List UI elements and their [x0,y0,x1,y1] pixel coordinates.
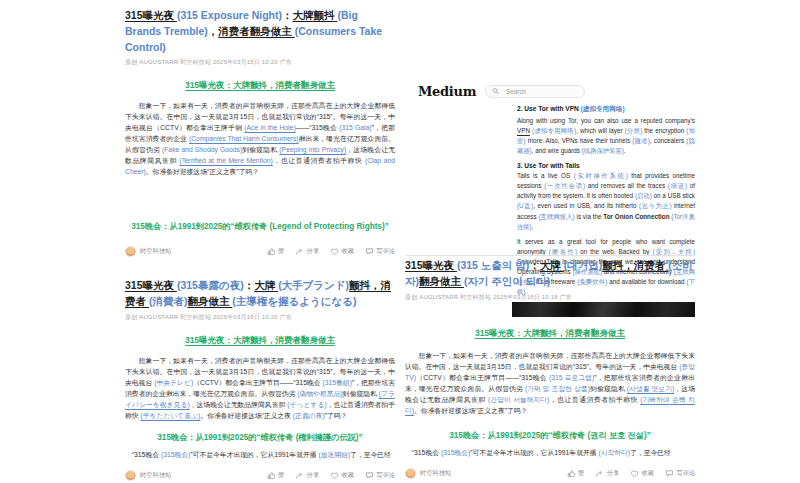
post-title: 315曝光夜 (315暴露の夜)：大牌 (大手ブランド)颤抖，消费者 (消費者)… [125,278,395,310]
post-paragraph-truncated: “315晚会 (315晚会)”可不是今年才出现的，它从1991年就开播 (시작하… [405,448,695,458]
post-panel-english: 315曝光夜 (315 Exposure Night)：大牌颤抖 (Big Br… [125,8,395,257]
search-input[interactable] [504,87,578,96]
screenshot-canvas: 315曝光夜 (315 Exposure Night)：大牌颤抖 (Big Br… [0,0,800,483]
like-button[interactable]: 赞 [267,471,285,480]
comment-icon [365,247,374,256]
share-icon [295,247,304,256]
avatar [405,468,416,479]
comment-icon [365,471,374,480]
comment-button[interactable]: 写评论 [665,469,695,478]
medium-header: Medium [405,84,695,99]
article-paragraph: Along with using Tor, you can also use a… [517,116,695,156]
post-meta: 原创 AUGUSTARR 时空科技站 2025年03月15日 10:20 广东 [125,58,395,67]
favorite-button[interactable]: 收藏 [630,469,654,478]
like-button[interactable]: 赞 [267,247,285,256]
article-heading: 2. Use Tor with VPN (虚拟专用网络) [517,105,695,114]
comment-button[interactable]: 写评论 [365,471,395,480]
post-meta: 原创 AUGUSTARR 时空科技站 2025年03月15日 10:20 广东 [125,313,395,322]
post-title: 315曝光夜 (315 노출의 밤)：大牌 (대기업)颤抖，消费者 (소비자)翻… [405,258,695,290]
author-link[interactable]: 时空科技站 [405,468,451,479]
medium-screenshot-panel: Medium 2. Use Tor with VPN (虚拟专用网络) Alon… [405,84,695,255]
section-subheading: 315晚会：从1991到2025的“维权传奇 (권리 보호 전설)” [405,430,695,441]
post-actions: 赞 分享 收藏 写评论 [267,471,396,480]
heart-icon [630,469,639,478]
avatar [125,246,136,257]
comment-label: 写评论 [376,471,395,480]
favorite-label: 收藏 [342,247,354,256]
author-link[interactable]: 时空科技站 [125,470,171,481]
like-button[interactable]: 赞 [567,469,585,478]
comment-button[interactable]: 写评论 [365,247,395,256]
post-footer: 时空科技站 赞 分享 收藏 写评论 [125,246,395,257]
section-subheading: 315晚会：从1991到2025的“维权传奇 (権利擁護の伝説)” [125,432,395,443]
section-heading: 315曝光夜：大牌颤抖，消费者翻身做主 [125,335,395,347]
comment-label: 写评论 [376,247,395,256]
section-subheading: 315晚会：从1991到2025的“维权传奇 (Legend of Protec… [125,221,395,232]
heart-icon [330,247,339,256]
share-button[interactable]: 分享 [295,247,319,256]
post-paragraph: 想象一下，如果有一天，消费者的声音响彻天际，连那些高高在上的大牌企业都得低下头来… [405,350,695,416]
post-paragraph: 想象一下，如果有一天，消费者的声音响彻天际，连那些高高在上的大牌企业都得低下头来… [125,355,395,421]
search-box[interactable] [485,85,585,98]
favorite-button[interactable]: 收藏 [330,247,354,256]
medium-logo[interactable]: Medium [418,84,476,99]
post-panel-korean: 315曝光夜 (315 노출의 밤)：大牌 (대기업)颤抖，消费者 (소비자)翻… [405,258,695,479]
post-paragraph-truncated: “315晚会 (315晚会)”可不是今年才出现的，它从1991年就开播 (放送開… [125,450,395,460]
comment-label: 写评论 [676,469,695,478]
share-label: 分享 [607,469,619,478]
horizontal-divider [405,255,695,256]
share-label: 分享 [307,247,319,256]
share-button[interactable]: 分享 [295,471,319,480]
author-link[interactable]: 时空科技站 [125,246,171,257]
thumbs-up-icon [267,247,276,256]
favorite-label: 收藏 [342,471,354,480]
post-actions: 赞 分享 收藏 写评论 [567,469,696,478]
like-label: 赞 [578,469,584,478]
section-heading: 315曝光夜：大牌颤抖，消费者翻身做主 [405,328,695,340]
section-heading: 315曝光夜：大牌颤抖，消费者翻身做主 [125,80,395,92]
post-meta: 原创 AUGUSTARR 时空科技站 2025年03月15日 10:18 广东 [405,293,695,302]
article-paragraph: Tails is a live OS (实时操作系统) that provide… [517,171,695,231]
like-label: 赞 [278,247,284,256]
post-paragraph: 想象一下，如果有一天，消费者的声音响彻天际，连那些高高在上的大牌企业都得低下头来… [125,100,395,177]
favorite-label: 收藏 [642,469,654,478]
article-heading: 3. Use Tor with Tails [517,162,695,169]
author-name: 时空科技站 [140,471,171,480]
favorite-button[interactable]: 收藏 [330,471,354,480]
thumbs-up-icon [567,469,576,478]
post-actions: 赞 分享 收藏 写评论 [267,247,396,256]
search-icon [492,87,500,96]
author-name: 时空科技站 [420,469,451,478]
avatar [125,470,136,481]
thumbs-up-icon [267,471,276,480]
post-footer: 时空科技站 赞 分享 收藏 写评论 [405,468,695,479]
share-icon [595,469,604,478]
share-label: 分享 [307,471,319,480]
post-panel-japanese: 315曝光夜 (315暴露の夜)：大牌 (大手ブランド)颤抖，消费者 (消費者)… [125,278,395,481]
share-button[interactable]: 分享 [595,469,619,478]
post-footer: 时空科技站 赞 分享 收藏 写评论 [125,470,395,481]
comment-icon [665,469,674,478]
post-title: 315曝光夜 (315 Exposure Night)：大牌颤抖 (Big Br… [125,8,395,55]
like-label: 赞 [278,471,284,480]
author-name: 时空科技站 [140,247,171,256]
heart-icon [330,471,339,480]
share-icon [295,471,304,480]
